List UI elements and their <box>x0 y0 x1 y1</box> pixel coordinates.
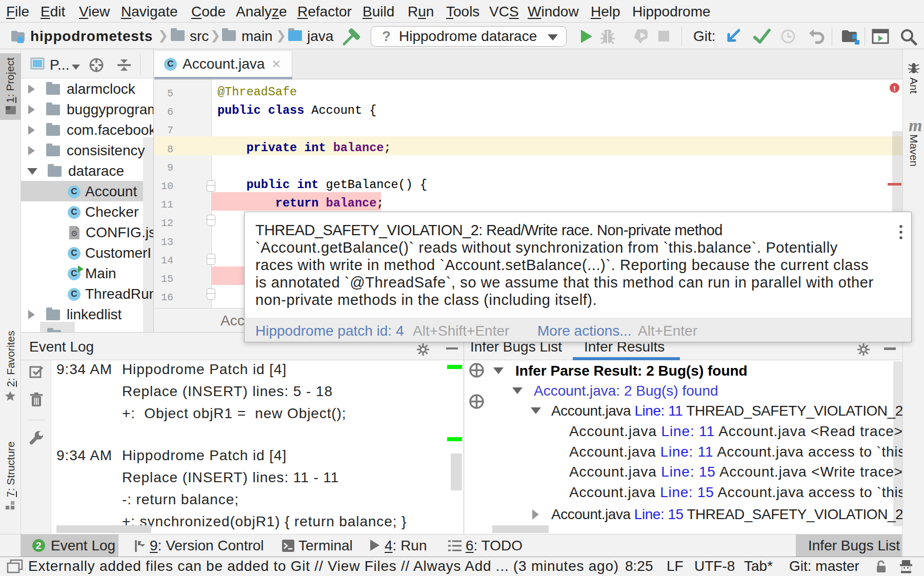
svg-text:⚙: ⚙ <box>71 229 77 238</box>
